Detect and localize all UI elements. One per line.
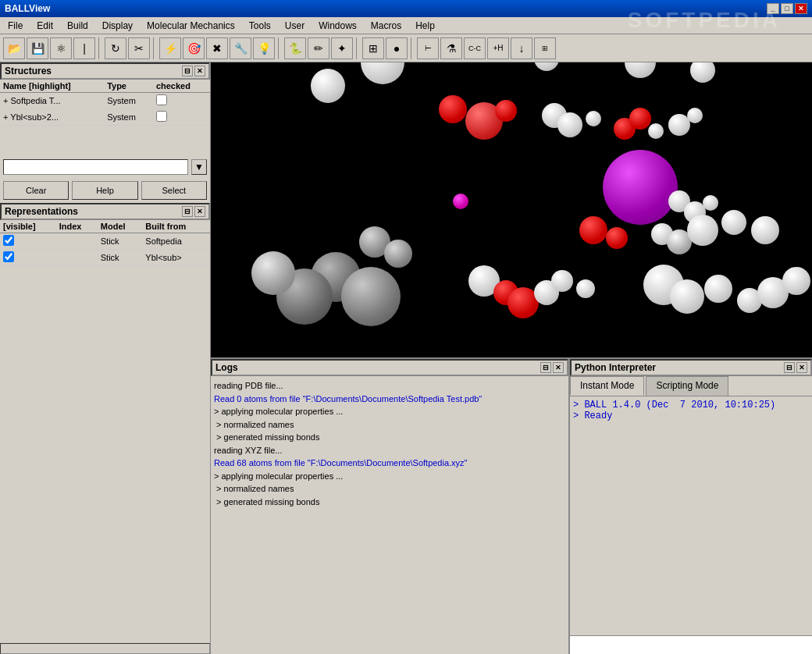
select-button-left[interactable]: Select [141, 181, 207, 200]
col-checked: checked [153, 80, 210, 93]
python-interpreter-panel: Python Interpreter ⊟ ✕ Instant Mode Scri… [570, 359, 812, 654]
atom-sphere [341, 267, 401, 326]
logs-content: reading PDB file... Read 0 atoms from fi… [211, 376, 568, 654]
atom-sphere [453, 194, 468, 209]
menu-display[interactable]: Display [96, 19, 139, 33]
open-button[interactable]: 📂 [3, 37, 25, 59]
tab-scripting-mode[interactable]: Scripting Mode [646, 376, 728, 396]
minimize-button[interactable]: _ [767, 3, 779, 14]
sep3 [278, 37, 281, 59]
log-line: > applying molecular properties ... [214, 470, 565, 483]
python-float-button[interactable]: ⊟ [784, 362, 795, 373]
structures-close-button[interactable]: ✕ [194, 66, 205, 76]
clear-button[interactable]: Clear [3, 181, 69, 200]
repr-built-from: Softpedia [142, 233, 210, 250]
menu-molecular-mechanics[interactable]: Molecular Mechanics [141, 19, 241, 33]
logs-float-button[interactable]: ⊟ [540, 362, 551, 373]
menu-tools[interactable]: Tools [243, 19, 277, 33]
repr-visible[interactable] [0, 233, 56, 250]
log-line: Read 68 atoms from file "F:\Documents\Do… [214, 457, 565, 470]
repr-checkbox[interactable] [3, 235, 14, 246]
edit-button[interactable]: ✏ [308, 37, 329, 59]
main-layout: Structures ⊟ ✕ Name [highlight] Type che… [0, 62, 812, 654]
structures-title: Structures [5, 66, 52, 76]
repr-model: Stick [98, 250, 143, 266]
repr-hscroll[interactable] [0, 643, 210, 654]
table-row: + Ybl<sub>2... System [0, 109, 210, 126]
python-button[interactable]: 🐍 [284, 37, 306, 59]
stereo-btn[interactable]: ⊞ [362, 37, 384, 59]
atom-sphere [670, 279, 704, 314]
log-line: > applying molecular properties ... [214, 405, 565, 418]
network-btn[interactable]: ⊞ [534, 37, 556, 59]
molecule-button[interactable]: ⚛ [50, 37, 72, 59]
expand-icon[interactable]: + [3, 112, 8, 122]
atom-sphere [551, 270, 573, 292]
python-close-button[interactable]: ✕ [796, 362, 807, 373]
h-btn[interactable]: +H [487, 37, 509, 59]
filter-input[interactable] [3, 159, 188, 175]
python-input[interactable] [570, 636, 812, 654]
atom-sphere [721, 210, 746, 235]
app-title: BALLView [5, 3, 50, 14]
toolbar: 📂 💾 ⚛ | ↻ ✂ ⚡ 🎯 ✖ 🔧 💡 🐍 ✏ ✦ ⊞ ● ⊢ ⚗ C-C … [0, 34, 812, 62]
repr-checkbox[interactable] [3, 251, 14, 262]
window-controls: _ □ ✕ [767, 3, 807, 14]
cc-btn[interactable]: C-C [464, 37, 486, 59]
structures-table: Name [highlight] Type checked + Softpedi… [0, 80, 210, 126]
filter-dropdown[interactable]: ▼ [191, 159, 207, 175]
atom-sphere [687, 215, 718, 246]
row-checked[interactable] [153, 93, 210, 109]
help-button[interactable]: Help [72, 181, 137, 200]
refresh-button[interactable]: ⚡ [159, 37, 181, 59]
python-title: Python Interpreter [575, 362, 656, 373]
python-input-area [570, 635, 812, 654]
move-button[interactable]: ✦ [331, 37, 353, 59]
visualization-area[interactable] [211, 62, 812, 357]
repr-float-button[interactable]: ⊟ [182, 206, 193, 217]
python-controls: ⊟ ✕ [784, 362, 807, 373]
atom-sphere [782, 267, 810, 295]
python-output: > BALL 1.4.0 (Dec 7 2010, 10:10:25) > Re… [570, 396, 812, 635]
col-built-from: Built from [142, 220, 210, 233]
structures-content: Name [highlight] Type checked + Softpedi… [0, 80, 210, 156]
rotate-button[interactable]: ↻ [105, 37, 126, 59]
close-button[interactable]: ✕ [795, 3, 807, 14]
expand-icon[interactable]: + [3, 96, 8, 105]
atom-sphere [251, 251, 295, 295]
menu-build[interactable]: Build [61, 19, 94, 33]
menu-macros[interactable]: Macros [365, 19, 408, 33]
row-checkbox[interactable] [156, 111, 167, 122]
maximize-button[interactable]: □ [781, 3, 793, 14]
repr-visible[interactable] [0, 250, 56, 266]
stop-button[interactable]: ✖ [206, 37, 228, 59]
arrow-btn[interactable]: ↓ [511, 37, 532, 59]
tab-instant-mode[interactable]: Instant Mode [570, 376, 644, 396]
center-button[interactable]: 🎯 [183, 37, 205, 59]
logs-close-button[interactable]: ✕ [553, 362, 564, 373]
repr-table: [visible] Index Model Built from Stick S… [0, 220, 210, 266]
menu-user[interactable]: User [279, 19, 311, 33]
log-line: reading XYZ file... [214, 444, 565, 457]
light-button[interactable]: 💡 [253, 37, 275, 59]
menu-windows[interactable]: Windows [312, 19, 363, 33]
unknown-btn1[interactable]: | [73, 37, 95, 59]
repr-close-button[interactable]: ✕ [194, 206, 205, 217]
record-btn[interactable]: ● [386, 37, 408, 59]
logs-panel: Logs ⊟ ✕ reading PDB file... Read 0 atom… [211, 359, 570, 654]
row-checked[interactable] [153, 109, 210, 126]
menu-file[interactable]: File [2, 19, 29, 33]
row-checkbox[interactable] [156, 94, 167, 105]
python-line: > Ready [573, 411, 809, 421]
save-button[interactable]: 💾 [27, 37, 48, 59]
menu-edit[interactable]: Edit [30, 19, 59, 33]
repr-built-from: Ybl<sub> [142, 250, 210, 266]
select-button[interactable]: ✂ [128, 37, 150, 59]
label-btn[interactable]: ⊢ [417, 37, 439, 59]
bottom-panels: Logs ⊟ ✕ reading PDB file... Read 0 atom… [211, 357, 812, 654]
structures-float-button[interactable]: ⊟ [182, 66, 193, 76]
atom-sphere [690, 62, 715, 83]
flask-btn[interactable]: ⚗ [440, 37, 462, 59]
settings-button[interactable]: 🔧 [230, 37, 251, 59]
menu-help[interactable]: Help [409, 19, 441, 33]
